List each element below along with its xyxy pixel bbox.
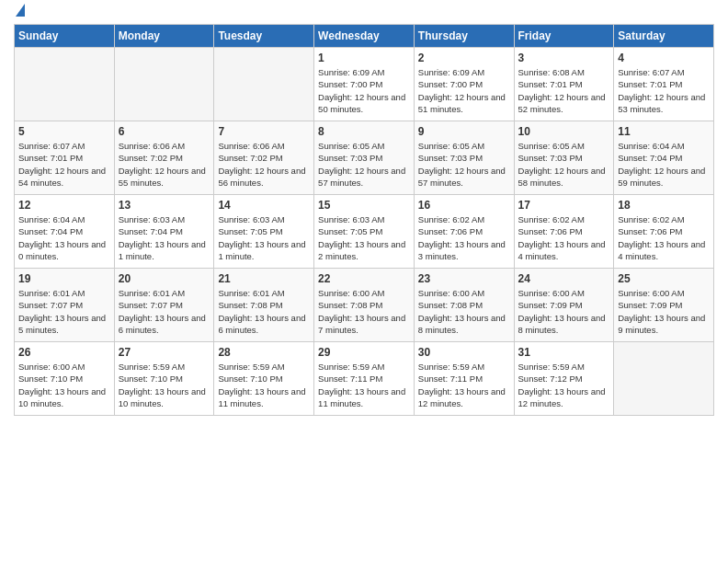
calendar-week-row: 1Sunrise: 6:09 AMSunset: 7:00 PMDaylight… — [15, 48, 714, 121]
calendar-cell: 17Sunrise: 6:02 AMSunset: 7:06 PMDayligh… — [514, 195, 614, 269]
calendar-cell: 14Sunrise: 6:03 AMSunset: 7:05 PMDayligh… — [214, 195, 314, 269]
weekday-header-monday: Monday — [114, 25, 214, 48]
calendar-cell: 21Sunrise: 6:01 AMSunset: 7:08 PMDayligh… — [214, 269, 314, 342]
calendar-cell: 6Sunrise: 6:06 AMSunset: 7:02 PMDaylight… — [114, 121, 214, 195]
day-number: 17 — [518, 199, 610, 212]
calendar-cell: 9Sunrise: 6:05 AMSunset: 7:03 PMDaylight… — [414, 121, 514, 195]
logo — [14, 9, 25, 17]
calendar-cell: 26Sunrise: 6:00 AMSunset: 7:10 PMDayligh… — [15, 342, 115, 416]
day-number: 31 — [518, 346, 610, 359]
day-info: Sunrise: 6:09 AMSunset: 7:00 PMDaylight:… — [418, 66, 510, 115]
calendar-cell — [114, 48, 214, 121]
calendar-cell: 28Sunrise: 5:59 AMSunset: 7:10 PMDayligh… — [214, 342, 314, 416]
calendar-cell: 24Sunrise: 6:00 AMSunset: 7:09 PMDayligh… — [514, 269, 614, 342]
calendar-cell: 31Sunrise: 5:59 AMSunset: 7:12 PMDayligh… — [514, 342, 614, 416]
day-number: 29 — [318, 346, 410, 359]
day-number: 18 — [618, 199, 710, 212]
day-info: Sunrise: 6:02 AMSunset: 7:06 PMDaylight:… — [518, 213, 610, 262]
day-number: 26 — [18, 346, 110, 359]
day-info: Sunrise: 6:04 AMSunset: 7:04 PMDaylight:… — [18, 213, 110, 262]
day-info: Sunrise: 6:06 AMSunset: 7:02 PMDaylight:… — [218, 140, 310, 189]
calendar-cell: 1Sunrise: 6:09 AMSunset: 7:00 PMDaylight… — [314, 48, 415, 121]
day-number: 27 — [119, 346, 210, 359]
day-number: 9 — [418, 125, 510, 138]
day-number: 1 — [318, 52, 410, 64]
calendar-cell — [15, 48, 115, 121]
day-number: 19 — [18, 272, 110, 285]
logo-area — [14, 9, 25, 17]
day-number: 11 — [618, 125, 710, 138]
day-number: 2 — [418, 52, 510, 64]
calendar-cell — [214, 48, 314, 121]
calendar-cell: 22Sunrise: 6:00 AMSunset: 7:08 PMDayligh… — [314, 269, 415, 342]
day-info: Sunrise: 6:01 AMSunset: 7:07 PMDaylight:… — [18, 287, 110, 336]
calendar-cell: 15Sunrise: 6:03 AMSunset: 7:05 PMDayligh… — [314, 195, 415, 269]
calendar-cell: 10Sunrise: 6:05 AMSunset: 7:03 PMDayligh… — [514, 121, 614, 195]
day-number: 25 — [618, 272, 710, 285]
day-info: Sunrise: 6:02 AMSunset: 7:06 PMDaylight:… — [618, 213, 710, 262]
day-number: 23 — [418, 272, 510, 285]
calendar-cell: 27Sunrise: 5:59 AMSunset: 7:10 PMDayligh… — [114, 342, 214, 416]
calendar-table: SundayMondayTuesdayWednesdayThursdayFrid… — [14, 24, 714, 416]
day-info: Sunrise: 6:01 AMSunset: 7:08 PMDaylight:… — [218, 287, 310, 336]
day-info: Sunrise: 6:00 AMSunset: 7:10 PMDaylight:… — [18, 361, 110, 409]
day-number: 15 — [318, 199, 410, 212]
weekday-header-tuesday: Tuesday — [214, 25, 314, 48]
calendar-cell: 18Sunrise: 6:02 AMSunset: 7:06 PMDayligh… — [614, 195, 714, 269]
day-info: Sunrise: 6:03 AMSunset: 7:05 PMDaylight:… — [318, 213, 410, 262]
calendar-week-row: 5Sunrise: 6:07 AMSunset: 7:01 PMDaylight… — [15, 121, 714, 195]
day-number: 20 — [119, 272, 210, 285]
weekday-header-saturday: Saturday — [614, 25, 714, 48]
day-info: Sunrise: 6:03 AMSunset: 7:04 PMDaylight:… — [119, 213, 210, 262]
weekday-header-row: SundayMondayTuesdayWednesdayThursdayFrid… — [15, 25, 714, 48]
day-info: Sunrise: 6:00 AMSunset: 7:09 PMDaylight:… — [618, 287, 710, 336]
day-number: 30 — [418, 346, 510, 359]
day-number: 16 — [418, 199, 510, 212]
calendar-cell: 7Sunrise: 6:06 AMSunset: 7:02 PMDaylight… — [214, 121, 314, 195]
day-info: Sunrise: 6:05 AMSunset: 7:03 PMDaylight:… — [318, 140, 410, 189]
day-info: Sunrise: 5:59 AMSunset: 7:11 PMDaylight:… — [318, 361, 410, 409]
calendar-cell — [614, 342, 714, 416]
day-number: 24 — [518, 272, 610, 285]
calendar-cell: 29Sunrise: 5:59 AMSunset: 7:11 PMDayligh… — [314, 342, 415, 416]
weekday-header-thursday: Thursday — [414, 25, 514, 48]
day-number: 6 — [119, 125, 210, 138]
calendar-week-row: 19Sunrise: 6:01 AMSunset: 7:07 PMDayligh… — [15, 269, 714, 342]
page: SundayMondayTuesdayWednesdayThursdayFrid… — [0, 0, 728, 563]
day-info: Sunrise: 6:05 AMSunset: 7:03 PMDaylight:… — [418, 140, 510, 189]
calendar-cell: 8Sunrise: 6:05 AMSunset: 7:03 PMDaylight… — [314, 121, 415, 195]
weekday-header-wednesday: Wednesday — [314, 25, 415, 48]
day-info: Sunrise: 6:08 AMSunset: 7:01 PMDaylight:… — [518, 66, 610, 115]
day-number: 5 — [18, 125, 110, 138]
day-number: 13 — [119, 199, 210, 212]
day-number: 21 — [218, 272, 310, 285]
day-info: Sunrise: 6:05 AMSunset: 7:03 PMDaylight:… — [518, 140, 610, 189]
calendar-cell: 5Sunrise: 6:07 AMSunset: 7:01 PMDaylight… — [15, 121, 115, 195]
calendar-cell: 16Sunrise: 6:02 AMSunset: 7:06 PMDayligh… — [414, 195, 514, 269]
calendar-cell: 13Sunrise: 6:03 AMSunset: 7:04 PMDayligh… — [114, 195, 214, 269]
header — [14, 9, 714, 17]
day-number: 10 — [518, 125, 610, 138]
day-number: 14 — [218, 199, 310, 212]
day-info: Sunrise: 6:04 AMSunset: 7:04 PMDaylight:… — [618, 140, 710, 189]
day-info: Sunrise: 6:00 AMSunset: 7:08 PMDaylight:… — [418, 287, 510, 336]
calendar-cell: 19Sunrise: 6:01 AMSunset: 7:07 PMDayligh… — [15, 269, 115, 342]
day-info: Sunrise: 6:06 AMSunset: 7:02 PMDaylight:… — [119, 140, 210, 189]
calendar-cell: 20Sunrise: 6:01 AMSunset: 7:07 PMDayligh… — [114, 269, 214, 342]
day-info: Sunrise: 5:59 AMSunset: 7:11 PMDaylight:… — [418, 361, 510, 409]
calendar-cell: 3Sunrise: 6:08 AMSunset: 7:01 PMDaylight… — [514, 48, 614, 121]
day-info: Sunrise: 6:01 AMSunset: 7:07 PMDaylight:… — [119, 287, 210, 336]
day-info: Sunrise: 6:09 AMSunset: 7:00 PMDaylight:… — [318, 66, 410, 115]
day-info: Sunrise: 6:07 AMSunset: 7:01 PMDaylight:… — [618, 66, 710, 115]
day-info: Sunrise: 5:59 AMSunset: 7:10 PMDaylight:… — [119, 361, 210, 409]
calendar-cell: 30Sunrise: 5:59 AMSunset: 7:11 PMDayligh… — [414, 342, 514, 416]
day-number: 28 — [218, 346, 310, 359]
day-number: 12 — [18, 199, 110, 212]
day-info: Sunrise: 5:59 AMSunset: 7:10 PMDaylight:… — [218, 361, 310, 409]
calendar-cell: 4Sunrise: 6:07 AMSunset: 7:01 PMDaylight… — [614, 48, 714, 121]
logo-triangle-icon — [16, 4, 25, 17]
day-number: 3 — [518, 52, 610, 64]
weekday-header-sunday: Sunday — [15, 25, 115, 48]
day-info: Sunrise: 5:59 AMSunset: 7:12 PMDaylight:… — [518, 361, 610, 409]
calendar-cell: 2Sunrise: 6:09 AMSunset: 7:00 PMDaylight… — [414, 48, 514, 121]
